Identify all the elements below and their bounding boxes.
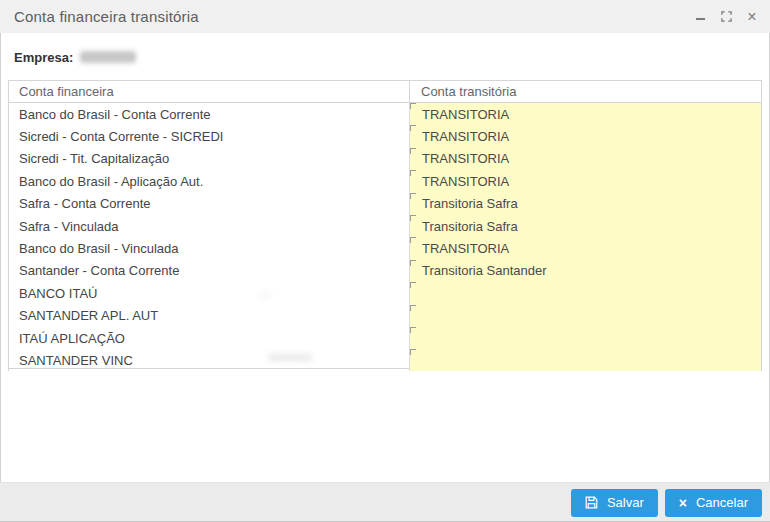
cancel-button-label: Cancelar (696, 495, 748, 510)
conta-financeira-cell: ITAÚ APLICAÇÃO (9, 327, 409, 349)
cancel-icon: × (679, 496, 687, 510)
conta-transitoria-cell[interactable]: Transitoria Santander (410, 260, 761, 282)
window-controls: × (690, 0, 762, 33)
empresa-value-redacted (80, 51, 136, 63)
conta-financeira-cell: SANTANDER APL. AUT (9, 305, 409, 327)
cancel-button[interactable]: × Cancelar (665, 489, 762, 517)
empresa-field: Empresa: (14, 48, 136, 66)
dialog-footer: Salvar × Cancelar (0, 482, 770, 522)
dialog-conta-financeira-transitoria: { "window": { "title": "Conta financeira… (0, 0, 770, 522)
dialog-title: Conta financeira transitória (14, 8, 199, 25)
conta-financeira-cell: Banco do Brasil - Aplicação Aut. (9, 170, 409, 192)
conta-transitoria-cell[interactable] (410, 327, 761, 349)
conta-transitoria-cell[interactable]: TRANSITORIA (410, 148, 761, 170)
conta-financeira-cell: Sicredi - Tit. Capitalização (9, 148, 409, 170)
conta-financeira-cell: BANCO ITAÚ (9, 282, 409, 304)
dialog-titlebar: Conta financeira transitória × (0, 0, 770, 33)
minimize-icon[interactable] (690, 7, 710, 27)
conta-transitoria-cell[interactable] (410, 282, 761, 304)
conta-transitoria-cell[interactable]: TRANSITORIA (410, 103, 761, 125)
conta-financeira-cell: Banco do Brasil - Conta Corrente (9, 103, 409, 125)
conta-financeira-cell: Safra - Conta Corrente (9, 193, 409, 215)
accounts-grid: Conta financeira Conta transitória Banco… (8, 80, 762, 371)
redacted-smudge (268, 354, 312, 361)
conta-financeira-cell: Sicredi - Conta Corrente - SICREDI (9, 125, 409, 147)
column-header-conta-financeira[interactable]: Conta financeira (9, 81, 409, 102)
conta-transitoria-cell[interactable] (410, 305, 761, 327)
conta-financeira-cell: Banco do Brasil - Vinculada (9, 237, 409, 259)
close-icon[interactable]: × (742, 7, 762, 27)
grid-header: Conta financeira Conta transitória (9, 81, 761, 103)
redacted-smudge (259, 293, 271, 297)
conta-transitoria-cell[interactable] (410, 349, 761, 371)
save-icon (585, 496, 598, 509)
conta-transitoria-column: TRANSITORIATRANSITORIATRANSITORIATRANSIT… (409, 103, 761, 371)
conta-transitoria-cell[interactable]: TRANSITORIA (410, 125, 761, 147)
conta-transitoria-cell[interactable]: Transitoria Safra (410, 215, 761, 237)
conta-financeira-column: Banco do Brasil - Conta CorrenteSicredi … (9, 103, 409, 369)
conta-transitoria-cell[interactable]: TRANSITORIA (410, 237, 761, 259)
save-button-label: Salvar (607, 495, 644, 510)
conta-transitoria-cell[interactable]: Transitoria Safra (410, 193, 761, 215)
conta-transitoria-cell[interactable]: TRANSITORIA (410, 170, 761, 192)
empresa-label: Empresa: (14, 50, 73, 65)
maximize-icon[interactable] (716, 7, 736, 27)
conta-financeira-cell: Santander - Conta Corrente (9, 260, 409, 282)
column-header-conta-transitoria[interactable]: Conta transitória (409, 81, 761, 102)
conta-financeira-cell: Safra - Vinculada (9, 215, 409, 237)
conta-financeira-cell: SANTANDER VINC (9, 349, 409, 369)
save-button[interactable]: Salvar (571, 489, 658, 517)
